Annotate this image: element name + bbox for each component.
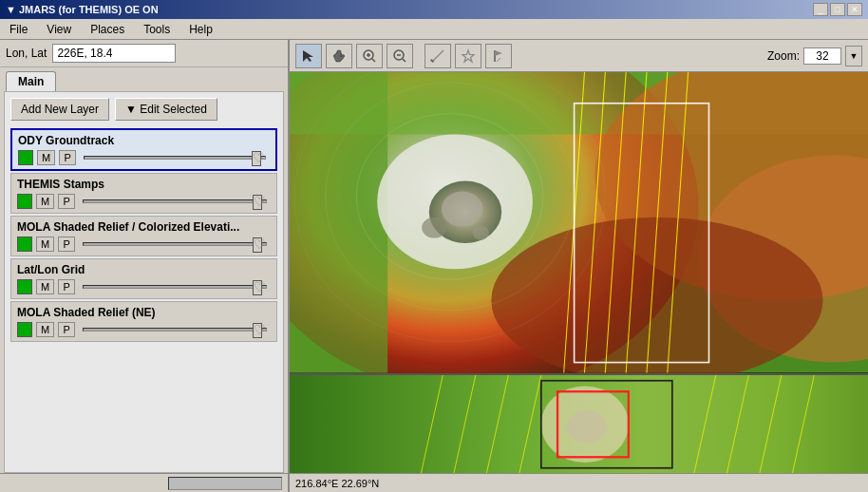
layer-m-button[interactable]: M (36, 237, 54, 252)
zoom-dropdown-button[interactable]: ▼ (845, 46, 862, 66)
menu-view[interactable]: View (41, 21, 77, 38)
map-status-bar: 216.84°E 22.69°N (290, 473, 868, 492)
svg-marker-0 (303, 50, 313, 62)
layer-controls: M P ♡ (18, 150, 270, 165)
layer-color-swatch[interactable] (17, 322, 32, 337)
window-controls: _ □ ✕ (813, 3, 862, 16)
right-panel: Zoom: ▼ (290, 40, 868, 492)
svg-line-8 (403, 59, 406, 62)
app-title: ▼ JMARS (for THEMIS) OE ON (6, 4, 159, 15)
zoom-input[interactable] (803, 47, 841, 65)
slider-end-icon: ♡ (254, 237, 266, 252)
opacity-slider-track[interactable]: ♡ (83, 285, 267, 289)
svg-point-27 (473, 226, 489, 240)
layer-m-button[interactable]: M (36, 194, 54, 209)
slider-end-icon: ♡ (253, 150, 265, 165)
opacity-slider-track[interactable]: ♡ (83, 242, 267, 246)
layer-p-button[interactable]: P (58, 194, 75, 209)
close-button[interactable]: ✕ (847, 3, 862, 16)
svg-point-25 (442, 192, 483, 227)
slider-end-icon: ♡ (254, 322, 266, 337)
layer-p-button[interactable]: P (58, 322, 75, 337)
layer-name: MOLA Shaded Relief / Colorized Elevati..… (17, 220, 271, 234)
pan-tool-button[interactable] (326, 44, 352, 68)
layer-p-button[interactable]: P (58, 279, 75, 294)
mini-map-svg (290, 375, 868, 474)
add-new-layer-button[interactable]: Add New Layer (10, 98, 109, 121)
map-view[interactable] (290, 72, 868, 473)
zoom-in-button[interactable] (356, 44, 383, 68)
layer-item[interactable]: ODY Groundtrack M P ♡ (10, 128, 277, 171)
layer-color-swatch[interactable] (17, 279, 32, 294)
measure-tool-button[interactable] (425, 44, 451, 68)
action-buttons: Add New Layer ▼ Edit Selected (10, 98, 277, 121)
opacity-slider-track[interactable]: ♡ (83, 199, 267, 203)
svg-marker-12 (462, 50, 474, 62)
mini-map[interactable] (290, 373, 868, 474)
layer-name: MOLA Shaded Relief (NE) (17, 306, 271, 319)
layer-color-swatch[interactable] (18, 150, 33, 165)
svg-line-15 (497, 58, 500, 62)
map-coords: 216.84°E 22.69°N (295, 478, 379, 489)
zoom-out-button[interactable] (387, 44, 413, 68)
lonlat-toolbar: Lon, Lat (0, 40, 288, 67)
layer-name: THEMIS Stamps (17, 178, 271, 191)
flag-tool-button[interactable] (485, 44, 512, 68)
layer-controls: M P ♡ (17, 279, 271, 294)
menu-bar: File View Places Tools Help (0, 19, 868, 40)
panel-content: Add New Layer ▼ Edit Selected ODY Ground… (4, 91, 284, 473)
tab-main[interactable]: Main (6, 71, 56, 91)
menu-file[interactable]: File (4, 21, 33, 38)
select-tool-button[interactable] (295, 44, 322, 68)
map-toolbar: Zoom: ▼ (290, 40, 868, 72)
slider-end-icon: ♡ (254, 194, 266, 209)
main-map[interactable] (290, 72, 868, 373)
layer-controls: M P ♡ (17, 237, 271, 252)
left-scrollbar[interactable] (168, 477, 282, 490)
slider-end-icon: ♡ (254, 279, 266, 294)
layer-m-button[interactable]: M (36, 322, 54, 337)
svg-marker-14 (495, 50, 502, 56)
main-layout: Lon, Lat Main Add New Layer ▼ Edit Selec… (0, 40, 868, 492)
layer-m-button[interactable]: M (37, 150, 55, 165)
lonlat-label: Lon, Lat (6, 47, 47, 60)
svg-line-9 (432, 50, 443, 62)
menu-tools[interactable]: Tools (138, 21, 176, 38)
layer-item[interactable]: MOLA Shaded Relief / Colorized Elevati..… (10, 216, 277, 256)
layer-name: Lat/Lon Grid (17, 263, 271, 276)
left-panel: Lon, Lat Main Add New Layer ▼ Edit Selec… (0, 40, 290, 492)
minimize-button[interactable]: _ (813, 3, 828, 16)
layer-item[interactable]: Lat/Lon Grid M P ♡ (10, 258, 277, 299)
layer-controls: M P ♡ (17, 194, 271, 209)
menu-help[interactable]: Help (183, 21, 218, 38)
lonlat-input[interactable] (52, 44, 176, 63)
main-map-svg (290, 72, 868, 373)
layer-p-button[interactable]: P (59, 150, 76, 165)
zoom-control: Zoom: ▼ (767, 46, 862, 66)
svg-point-40 (567, 409, 606, 443)
left-status-bar (0, 473, 288, 492)
maximize-button[interactable]: □ (830, 3, 845, 16)
layer-item[interactable]: THEMIS Stamps M P ♡ (10, 173, 277, 214)
star-tool-button[interactable] (455, 44, 481, 68)
title-bar: ▼ JMARS (for THEMIS) OE ON _ □ ✕ (0, 0, 868, 19)
menu-places[interactable]: Places (85, 21, 130, 38)
layer-m-button[interactable]: M (36, 279, 54, 294)
layer-color-swatch[interactable] (17, 194, 32, 209)
svg-line-5 (372, 59, 375, 62)
layer-item[interactable]: MOLA Shaded Relief (NE) M P ♡ (10, 301, 277, 342)
svg-point-26 (422, 218, 446, 238)
layer-list: ODY Groundtrack M P ♡ THEMIS Stamps (10, 128, 277, 466)
opacity-slider-track[interactable]: ♡ (83, 328, 267, 331)
zoom-label: Zoom: (767, 49, 800, 63)
tab-area: Main (0, 67, 288, 91)
layer-controls: M P ♡ (17, 322, 271, 337)
edit-selected-button[interactable]: ▼ Edit Selected (115, 98, 217, 121)
layer-color-swatch[interactable] (17, 237, 32, 252)
layer-p-button[interactable]: P (58, 237, 75, 252)
layer-name: ODY Groundtrack (18, 134, 270, 147)
opacity-slider-track[interactable]: ♡ (84, 156, 266, 160)
